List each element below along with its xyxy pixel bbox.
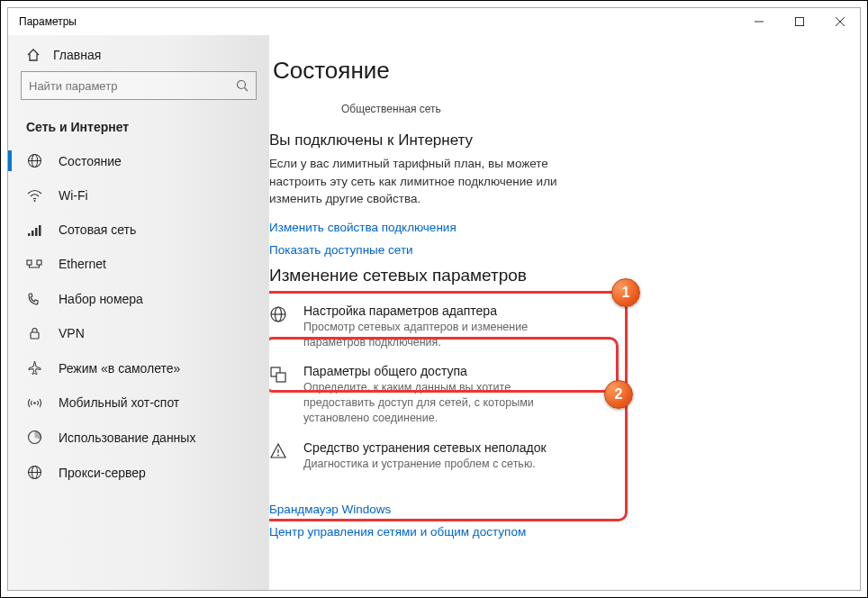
home-label: Главная bbox=[53, 48, 101, 62]
search-input[interactable] bbox=[29, 79, 236, 93]
sharing-icon bbox=[269, 364, 289, 426]
svg-rect-11 bbox=[32, 231, 34, 236]
search-wrap bbox=[8, 71, 269, 107]
window-title: Параметры bbox=[19, 15, 77, 28]
section-change-params: Изменение сетевых параметров bbox=[269, 266, 831, 285]
dialup-icon bbox=[26, 291, 42, 306]
option-troubleshoot[interactable]: Средство устранения сетевых неполадок Ди… bbox=[269, 435, 831, 481]
airplane-icon bbox=[26, 360, 42, 376]
hotspot-icon bbox=[26, 396, 42, 410]
svg-rect-14 bbox=[27, 260, 32, 265]
sidebar-item-airplane[interactable]: Режим «в самолете» bbox=[8, 350, 269, 385]
link-show-networks[interactable]: Показать доступные сети bbox=[269, 243, 831, 257]
window-controls bbox=[738, 8, 860, 35]
network-type: Общественная сеть bbox=[269, 103, 831, 115]
svg-rect-12 bbox=[35, 228, 38, 236]
home-icon bbox=[26, 48, 41, 62]
search-box[interactable] bbox=[21, 71, 257, 100]
svg-rect-26 bbox=[276, 373, 285, 382]
sidebar-home[interactable]: Главная bbox=[8, 42, 269, 71]
nav-label: Сотовая сеть bbox=[59, 222, 136, 237]
sidebar-item-ethernet[interactable]: Ethernet bbox=[8, 247, 269, 281]
link-firewall[interactable]: Брандмауэр Windows bbox=[269, 503, 831, 516]
nav-label: Прокси-сервер bbox=[59, 466, 146, 480]
option-adapter-settings[interactable]: Настройка параметров адаптера Просмотр с… bbox=[269, 298, 831, 359]
option-title: Средство устранения сетевых неполадок bbox=[303, 440, 547, 455]
option-desc: Определите, к каким данным вы хотите пре… bbox=[303, 380, 583, 426]
page-title: Состояние bbox=[269, 57, 831, 85]
ethernet-icon bbox=[26, 258, 42, 270]
svg-point-17 bbox=[33, 402, 36, 404]
sidebar: Главная Сеть и Интернет Состояние Wi-Fi … bbox=[8, 35, 269, 590]
svg-rect-16 bbox=[31, 332, 39, 339]
content: Состояние Общественная сеть Вы подключен… bbox=[269, 35, 860, 590]
nav-label: Wi-Fi bbox=[59, 188, 88, 203]
minimize-button[interactable] bbox=[738, 8, 779, 35]
sidebar-item-status[interactable]: Состояние bbox=[8, 143, 269, 178]
nav-label: Набор номера bbox=[59, 292, 143, 306]
close-button[interactable] bbox=[819, 8, 860, 35]
cellular-icon bbox=[26, 223, 42, 237]
option-text: Параметры общего доступа Определите, к к… bbox=[303, 364, 583, 426]
connected-title: Вы подключены к Интернету bbox=[269, 131, 831, 150]
sidebar-item-hotspot[interactable]: Мобильный хот-спот bbox=[8, 385, 269, 420]
nav-label: Состояние bbox=[59, 154, 122, 168]
sidebar-item-proxy[interactable]: Прокси-сервер bbox=[8, 455, 269, 490]
warning-icon bbox=[269, 440, 289, 472]
settings-window: Параметры Главная Сеть и Интернет Состоя bbox=[7, 7, 861, 591]
datausage-icon bbox=[26, 430, 42, 445]
maximize-button[interactable] bbox=[779, 8, 819, 35]
sidebar-item-vpn[interactable]: VPN bbox=[8, 316, 269, 350]
section-label: Сеть и Интернет bbox=[8, 107, 269, 143]
svg-point-28 bbox=[277, 455, 279, 457]
svg-rect-10 bbox=[28, 233, 31, 236]
svg-point-9 bbox=[33, 200, 35, 202]
sidebar-item-cellular[interactable]: Сотовая сеть bbox=[8, 213, 269, 247]
option-title: Параметры общего доступа bbox=[303, 364, 583, 378]
option-text: Средство устранения сетевых неполадок Ди… bbox=[303, 440, 547, 472]
vpn-icon bbox=[26, 327, 42, 340]
nav-label: VPN bbox=[59, 326, 85, 340]
link-network-center[interactable]: Центр управления сетями и общим доступом bbox=[269, 525, 831, 539]
svg-line-5 bbox=[245, 88, 249, 92]
svg-rect-15 bbox=[37, 260, 41, 265]
sidebar-item-dialup[interactable]: Набор номера bbox=[8, 281, 269, 316]
svg-rect-1 bbox=[795, 18, 803, 26]
nav-label: Режим «в самолете» bbox=[59, 361, 180, 376]
svg-point-4 bbox=[238, 81, 246, 89]
option-desc: Диагностика и устранение проблем с сетью… bbox=[303, 457, 547, 472]
option-title: Настройка параметров адаптера bbox=[303, 304, 583, 318]
svg-rect-13 bbox=[39, 225, 41, 236]
option-desc: Просмотр сетевых адаптеров и изменение п… bbox=[303, 320, 583, 350]
search-icon bbox=[236, 79, 249, 92]
titlebar: Параметры bbox=[8, 8, 860, 35]
nav-label: Ethernet bbox=[59, 257, 106, 271]
nav-label: Мобильный хот-спот bbox=[59, 395, 179, 410]
sidebar-item-wifi[interactable]: Wi-Fi bbox=[8, 178, 269, 213]
link-change-properties[interactable]: Изменить свойства подключения bbox=[269, 221, 831, 234]
nav-label: Использование данных bbox=[59, 430, 195, 445]
option-text: Настройка параметров адаптера Просмотр с… bbox=[303, 304, 583, 350]
option-sharing-settings[interactable]: Параметры общего доступа Определите, к к… bbox=[269, 358, 831, 435]
wifi-icon bbox=[26, 189, 42, 203]
screenshot-frame: Параметры Главная Сеть и Интернет Состоя bbox=[0, 0, 868, 598]
connected-text: Если у вас лимитный тарифный план, вы мо… bbox=[269, 155, 602, 208]
proxy-icon bbox=[26, 465, 42, 480]
sidebar-item-datausage[interactable]: Использование данных bbox=[8, 420, 269, 455]
window-body: Главная Сеть и Интернет Состояние Wi-Fi … bbox=[8, 35, 860, 590]
globe-icon bbox=[269, 304, 289, 350]
globe-icon bbox=[26, 153, 42, 168]
